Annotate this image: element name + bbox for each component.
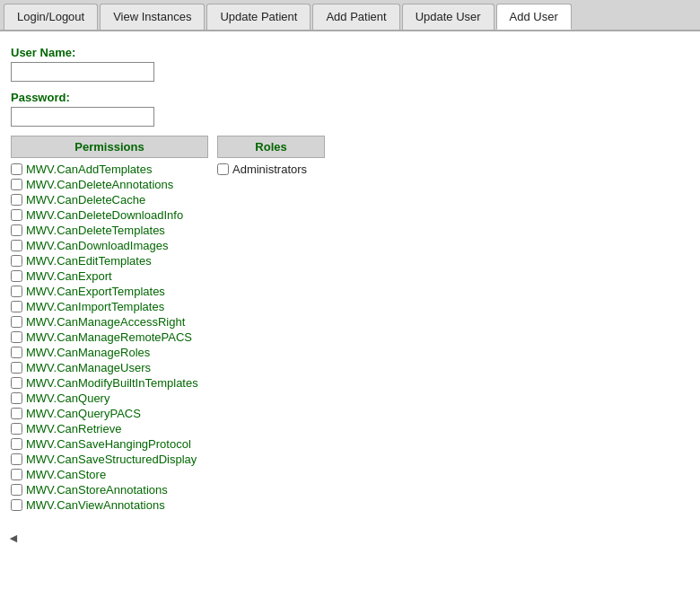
list-item: MWV.CanDeleteTemplates xyxy=(11,223,208,238)
permission-label: MWV.CanQuery xyxy=(26,391,109,405)
permission-checkbox[interactable] xyxy=(11,301,22,312)
permission-label: MWV.CanRetrieve xyxy=(26,422,121,435)
roles-list: Administrators xyxy=(217,162,325,177)
tab-bar: Login/LogoutView InstancesUpdate Patient… xyxy=(0,0,700,31)
permission-label: MWV.CanDeleteTemplates xyxy=(26,224,165,237)
permission-checkbox[interactable] xyxy=(11,408,22,419)
permission-label: MWV.CanDeleteCache xyxy=(26,193,145,207)
permission-checkbox[interactable] xyxy=(11,499,22,511)
permission-label: MWV.CanQueryPACS xyxy=(26,407,141,420)
list-item: MWV.CanManageAccessRight xyxy=(11,314,208,330)
permission-checkbox[interactable] xyxy=(11,484,22,496)
permission-checkbox[interactable] xyxy=(11,469,22,480)
tab-update-user[interactable]: Update User xyxy=(402,4,494,30)
permissions-list: MWV.CanAddTemplatesMWV.CanDeleteAnnotati… xyxy=(11,162,208,513)
permission-checkbox[interactable] xyxy=(11,209,22,221)
permission-label: MWV.CanManageAccessRight xyxy=(26,315,185,329)
permission-label: MWV.CanDownloadImages xyxy=(26,239,168,252)
roles-header: Roles xyxy=(217,136,325,158)
tables-row: Permissions MWV.CanAddTemplatesMWV.CanDe… xyxy=(11,136,689,513)
permission-checkbox[interactable] xyxy=(11,438,22,450)
role-checkbox[interactable] xyxy=(217,163,229,175)
permission-checkbox[interactable] xyxy=(11,270,22,282)
tab-add-user[interactable]: Add User xyxy=(496,4,572,30)
list-item: MWV.CanDeleteCache xyxy=(11,192,208,207)
content-area: User Name: Password: Permissions MWV.Can… xyxy=(0,31,700,527)
permission-checkbox[interactable] xyxy=(11,423,22,435)
permission-checkbox[interactable] xyxy=(11,316,22,328)
permission-label: MWV.CanManageRemotePACS xyxy=(26,330,192,344)
permissions-section: Permissions MWV.CanAddTemplatesMWV.CanDe… xyxy=(11,136,208,513)
list-item: MWV.CanEditTemplates xyxy=(11,253,208,268)
permission-label: MWV.CanStoreAnnotations xyxy=(26,483,168,497)
list-item: MWV.CanImportTemplates xyxy=(11,299,208,314)
list-item: MWV.CanDownloadImages xyxy=(11,238,208,253)
permission-checkbox[interactable] xyxy=(11,392,22,404)
bottom-arrow[interactable]: ◄ xyxy=(0,527,27,549)
list-item: Administrators xyxy=(217,162,325,177)
password-input[interactable] xyxy=(11,107,154,127)
permission-label: MWV.CanDeleteAnnotations xyxy=(26,178,173,191)
roles-section: Roles Administrators xyxy=(217,136,325,513)
permission-checkbox[interactable] xyxy=(11,255,22,267)
tab-add-patient[interactable]: Add Patient xyxy=(312,4,399,30)
permission-checkbox[interactable] xyxy=(11,194,22,206)
permission-label: MWV.CanDeleteDownloadInfo xyxy=(26,208,183,222)
list-item: MWV.CanQuery xyxy=(11,391,208,406)
permission-label: MWV.CanStore xyxy=(26,468,106,481)
permission-label: MWV.CanManageRoles xyxy=(26,346,150,359)
permission-checkbox[interactable] xyxy=(11,163,22,175)
permission-label: MWV.CanEditTemplates xyxy=(26,254,152,268)
username-input[interactable] xyxy=(11,62,154,82)
list-item: MWV.CanDeleteAnnotations xyxy=(11,177,208,192)
password-label: Password: xyxy=(11,91,689,104)
role-label: Administrators xyxy=(232,163,307,176)
list-item: MWV.CanAddTemplates xyxy=(11,162,208,177)
list-item: MWV.CanSaveStructuredDisplay xyxy=(11,452,208,467)
permission-label: MWV.CanSaveStructuredDisplay xyxy=(26,453,197,466)
permission-label: MWV.CanExport xyxy=(26,269,112,283)
list-item: MWV.CanDeleteDownloadInfo xyxy=(11,207,208,223)
list-item: MWV.CanManageRemotePACS xyxy=(11,330,208,345)
permission-label: MWV.CanExportTemplates xyxy=(26,285,165,298)
list-item: MWV.CanStore xyxy=(11,467,208,482)
list-item: MWV.CanExport xyxy=(11,268,208,284)
list-item: MWV.CanViewAnnotations xyxy=(11,497,208,513)
permission-label: MWV.CanModifyBuiltInTemplates xyxy=(26,376,198,390)
permission-label: MWV.CanAddTemplates xyxy=(26,163,152,176)
permission-checkbox[interactable] xyxy=(11,179,22,190)
permissions-header: Permissions xyxy=(11,136,208,158)
permission-checkbox[interactable] xyxy=(11,347,22,358)
list-item: MWV.CanManageUsers xyxy=(11,360,208,375)
tab-login/logout[interactable]: Login/Logout xyxy=(4,4,98,30)
list-item: MWV.CanExportTemplates xyxy=(11,284,208,299)
permission-checkbox[interactable] xyxy=(11,331,22,343)
list-item: MWV.CanModifyBuiltInTemplates xyxy=(11,375,208,391)
list-item: MWV.CanManageRoles xyxy=(11,345,208,360)
permission-checkbox[interactable] xyxy=(11,240,22,251)
username-label: User Name: xyxy=(11,46,689,59)
permission-checkbox[interactable] xyxy=(11,224,22,236)
list-item: MWV.CanQueryPACS xyxy=(11,406,208,421)
permission-label: MWV.CanSaveHangingProtocol xyxy=(26,437,191,451)
permission-label: MWV.CanImportTemplates xyxy=(26,300,164,313)
permission-label: MWV.CanViewAnnotations xyxy=(26,498,165,512)
list-item: MWV.CanSaveHangingProtocol xyxy=(11,436,208,452)
permission-checkbox[interactable] xyxy=(11,453,22,465)
list-item: MWV.CanRetrieve xyxy=(11,421,208,436)
tab-view-instances[interactable]: View Instances xyxy=(100,4,205,30)
tab-update-patient[interactable]: Update Patient xyxy=(206,4,311,30)
permission-checkbox[interactable] xyxy=(11,286,22,297)
list-item: MWV.CanStoreAnnotations xyxy=(11,482,208,497)
permission-checkbox[interactable] xyxy=(11,377,22,389)
permission-label: MWV.CanManageUsers xyxy=(26,361,151,374)
permission-checkbox[interactable] xyxy=(11,362,22,374)
